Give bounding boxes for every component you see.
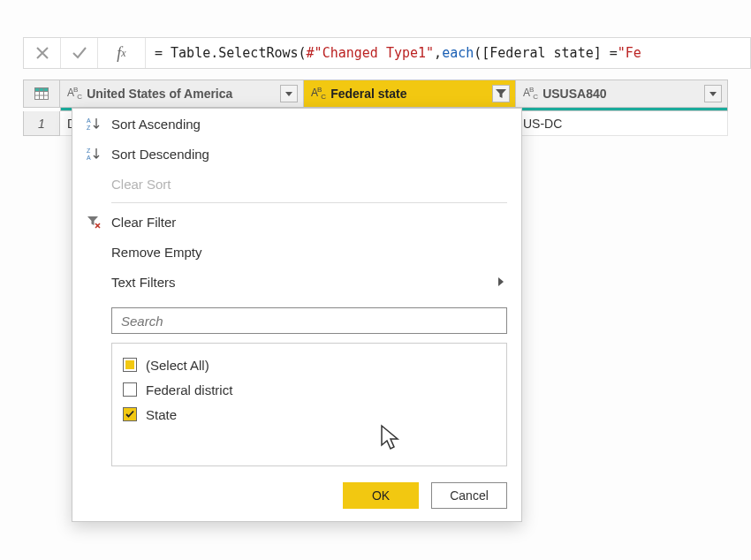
- table-header-row: ABC United States of America ABC Federal…: [23, 79, 742, 108]
- filter-option-label: State: [146, 407, 177, 422]
- column-filter-button[interactable]: [280, 85, 298, 102]
- formula-bar: fx = Table.SelectRows( #"Changed Type1" …: [23, 37, 751, 69]
- svg-text:A: A: [87, 155, 91, 161]
- column-label: USUSA840: [542, 87, 704, 101]
- checkbox-unchecked-icon: [123, 382, 137, 397]
- sort-asc-icon: AZ: [87, 117, 111, 131]
- sort-desc-icon: ZA: [87, 147, 111, 161]
- menu-clear-filter[interactable]: Clear Filter: [72, 207, 521, 237]
- table-icon: [34, 87, 49, 100]
- column-label: Federal state: [330, 87, 492, 101]
- svg-text:A: A: [87, 117, 91, 124]
- column-header-usa[interactable]: ABC United States of America: [60, 79, 304, 108]
- type-text-icon: ABC: [67, 86, 81, 101]
- svg-rect-1: [35, 88, 49, 92]
- column-filter-button[interactable]: [704, 85, 722, 102]
- formula-cancel-button[interactable]: [24, 38, 61, 68]
- cell[interactable]: US-DC: [516, 111, 728, 136]
- cancel-button[interactable]: Cancel: [431, 482, 507, 509]
- filter-option[interactable]: State: [123, 402, 496, 427]
- column-header-federal-state[interactable]: ABC Federal state: [304, 79, 516, 108]
- checkbox-checked-icon: [123, 407, 137, 421]
- formula-accept-button[interactable]: [61, 38, 98, 68]
- divider: [111, 202, 507, 203]
- filter-values-list: (Select All) Federal district State: [111, 343, 507, 466]
- check-icon: [72, 45, 87, 61]
- menu-remove-empty[interactable]: Remove Empty: [72, 237, 521, 267]
- filter-option-select-all[interactable]: (Select All): [123, 352, 496, 377]
- column-filter-menu: AZ Sort Ascending ZA Sort Descending Cle…: [72, 108, 522, 522]
- type-text-icon: ABC: [523, 86, 537, 101]
- chevron-down-icon: [709, 92, 717, 96]
- svg-text:Z: Z: [87, 148, 91, 154]
- formula-input[interactable]: = Table.SelectRows( #"Changed Type1" , e…: [146, 38, 750, 68]
- menu-sort-ascending[interactable]: AZ Sort Ascending: [72, 109, 521, 139]
- menu-clear-sort: Clear Sort: [72, 169, 521, 199]
- filter-option-label: (Select All): [146, 358, 209, 373]
- filter-option[interactable]: Federal district: [123, 377, 496, 402]
- filter-applied-icon: [495, 87, 507, 100]
- checkbox-partial-icon: [123, 358, 137, 372]
- chevron-down-icon: [285, 92, 292, 96]
- column-header-ususa840[interactable]: ABC USUSA840: [516, 79, 728, 108]
- chevron-right-icon: [498, 277, 504, 286]
- search-input[interactable]: [119, 313, 499, 329]
- type-text-icon: ABC: [311, 86, 325, 101]
- column-label: United States of America: [87, 87, 280, 101]
- menu-text-filters[interactable]: Text Filters: [72, 267, 521, 297]
- table-corner[interactable]: [23, 79, 60, 108]
- clear-filter-icon: [87, 215, 111, 229]
- ok-button[interactable]: OK: [343, 482, 419, 509]
- close-icon: [35, 46, 49, 60]
- menu-buttons: OK Cancel: [72, 482, 507, 509]
- filter-search[interactable]: [111, 307, 507, 334]
- column-filter-button[interactable]: [492, 85, 510, 102]
- menu-sort-descending[interactable]: ZA Sort Descending: [72, 139, 521, 169]
- row-number[interactable]: 1: [23, 111, 60, 136]
- filter-option-label: Federal district: [146, 382, 232, 397]
- fx-label: fx: [98, 38, 146, 68]
- svg-text:Z: Z: [87, 125, 91, 131]
